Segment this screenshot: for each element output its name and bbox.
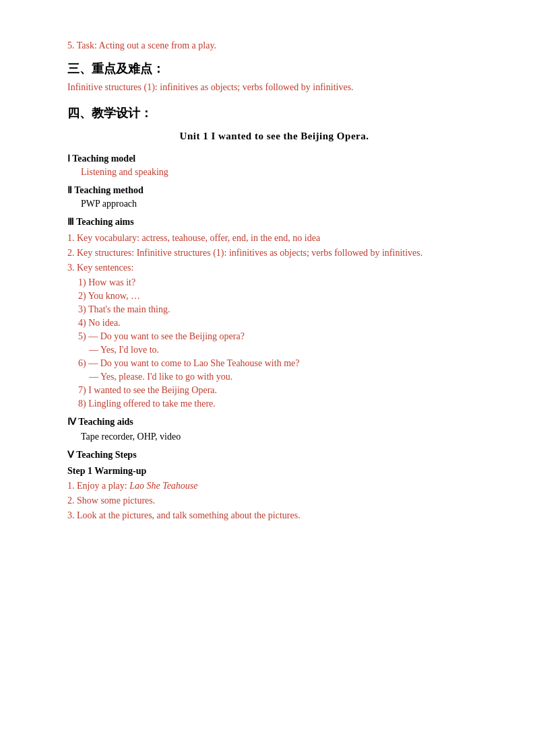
- warmup1-text: 1. Enjoy a play:: [67, 481, 129, 491]
- sentence-8: 8) Lingling offered to take me there.: [67, 399, 481, 409]
- aim2: 2. Key structures: Infinitive structures…: [67, 248, 481, 259]
- sentence-5b: — Yes, I'd love to.: [67, 345, 481, 355]
- teaching-aims-label: Ⅲ Teaching aims: [67, 216, 481, 228]
- aim3-label: 3. Key sentences:: [67, 263, 481, 273]
- warmup3: 3. Look at the pictures, and talk someth…: [67, 510, 481, 521]
- warmup1-line: 1. Enjoy a play: Lao She Teahouse: [67, 481, 481, 491]
- teaching-aids-section: Ⅳ Teaching aids Tape recorder, OHP, vide…: [67, 416, 481, 442]
- section3-heading: 三、重点及难点：: [67, 61, 481, 77]
- unit-title: Unit 1 I wanted to see the Beijing Opera…: [67, 131, 481, 142]
- section4-heading: 四、教学设计：: [67, 105, 481, 121]
- sentence-4: 4) No idea.: [67, 318, 481, 329]
- sentence-7: 7) I wanted to see the Beijing Opera.: [67, 385, 481, 396]
- task-line: 5. Task: Acting out a scene from a play.: [67, 40, 481, 51]
- teaching-aims-section: Ⅲ Teaching aims 1. Key vocabulary: actre…: [67, 216, 481, 409]
- teaching-method-value: PWP approach: [67, 199, 481, 209]
- sentence-6b: — Yes, please. I'd like to go with you.: [67, 372, 481, 382]
- sentence-3: 3) That's the main thing.: [67, 304, 481, 315]
- teaching-method-section: Ⅱ Teaching method PWP approach: [67, 184, 481, 209]
- teaching-steps-label: Ⅴ Teaching Steps: [67, 449, 481, 460]
- teaching-model-value: Listening and speaking: [67, 167, 481, 178]
- teaching-model-section: Ⅰ Teaching model Listening and speaking: [67, 153, 481, 178]
- teaching-steps-section: Ⅴ Teaching Steps Step 1 Warming-up 1. En…: [67, 449, 481, 521]
- sentence-5a: 5) — Do you want to see the Beijing oper…: [67, 331, 481, 342]
- sentence-6a: 6) — Do you want to come to Lao She Teah…: [67, 358, 481, 369]
- aim1: 1. Key vocabulary: actress, teahouse, of…: [67, 233, 481, 244]
- step1-label: Step 1 Warming-up: [67, 466, 481, 477]
- sentence-1: 1) How was it?: [67, 277, 481, 288]
- teaching-aids-value: Tape recorder, OHP, video: [67, 432, 481, 442]
- key-points-text: Infinitive structures (1): infinitives a…: [67, 82, 481, 93]
- teaching-model-label: Ⅰ Teaching model: [67, 153, 481, 164]
- sentence-2: 2) You know, …: [67, 291, 481, 302]
- warmup1-italic: Lao She Teahouse: [129, 481, 197, 491]
- teaching-method-label: Ⅱ Teaching method: [67, 184, 481, 196]
- teaching-aids-label: Ⅳ Teaching aids: [67, 416, 481, 427]
- warmup2: 2. Show some pictures.: [67, 495, 481, 506]
